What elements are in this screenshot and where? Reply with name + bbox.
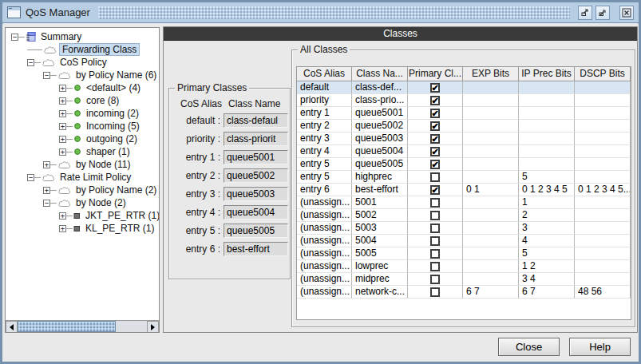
table-row[interactable]: entry 3queue5003✔ [297,133,631,145]
tree-horizontal-scrollbar[interactable] [6,320,159,332]
collapse-handle-icon[interactable]: − [43,72,50,79]
table-row[interactable]: (unassign...50055 [297,247,631,260]
tree-item-incoming-5[interactable]: +Incoming (5) [6,120,159,133]
column-header-dscp-bits[interactable]: DSCP Bits [575,67,631,81]
checkbox-unchecked-icon[interactable] [430,275,440,284]
table-row[interactable]: entry 1queue5001✔ [297,107,631,120]
tree-item-incoming-2[interactable]: +incoming (2) [6,107,159,120]
checkbox-checked-icon[interactable]: ✔ [430,96,440,105]
tree-item-by-node-11[interactable]: +by Node (11) [6,158,159,171]
checkbox-checked-icon[interactable]: ✔ [430,121,440,131]
expand-handle-icon[interactable]: + [59,97,66,105]
node-icon [73,212,81,220]
column-header-exp-bits[interactable]: EXP Bits [463,67,519,81]
class-name-field[interactable]: queue5002 [224,168,288,183]
tree-item-kl-pe-rtr-1[interactable]: +KL_PE_RTR (1) [6,222,159,235]
cell-primary-class: ✔ [408,184,463,196]
collapse-handle-icon[interactable]: − [43,200,50,207]
tree-item-outgoing-2[interactable]: +outgoing (2) [6,133,159,145]
column-header-class-na[interactable]: Class Na... [352,67,408,81]
minimize-icon[interactable] [578,6,592,20]
expand-handle-icon[interactable]: + [59,148,66,156]
tree-item-by-policy-name-6[interactable]: −by Policy Name (6) [6,69,159,81]
expand-handle-icon[interactable]: + [59,85,66,92]
scroll-right-icon[interactable] [147,321,159,333]
expand-handle-icon[interactable]: + [59,225,66,232]
scrollbar-track[interactable] [18,321,147,332]
column-header-primary-cl[interactable]: Primary Cl... [408,67,463,81]
expand-handle-icon[interactable]: + [59,123,66,130]
tree-item-summary[interactable]: −Summary [6,30,159,43]
cell-exp-bits: 0 1 [463,184,519,196]
collapse-handle-icon[interactable]: − [27,59,34,66]
expand-handle-icon[interactable]: + [59,212,66,220]
expand-handle-icon[interactable]: + [43,161,50,168]
panel-header: Classes [164,27,637,41]
titlebar[interactable]: QoS Manager [2,2,639,23]
checkbox-checked-icon[interactable]: ✔ [430,160,440,169]
tree-item-rate-limit-policy[interactable]: −Rate Limit Policy [6,171,159,184]
collapse-handle-icon[interactable]: − [27,174,34,181]
checkbox-checked-icon[interactable]: ✔ [430,83,440,93]
maximize-icon[interactable] [595,6,610,20]
checkbox-unchecked-icon[interactable] [430,224,440,233]
collapse-handle-icon[interactable]: − [11,34,18,41]
table-row[interactable]: entry 5queue5005✔ [297,158,631,171]
qos-manager-window: QoS Manager −SummaryForwarding Class−CoS… [0,0,641,364]
checkbox-checked-icon[interactable]: ✔ [430,185,440,195]
table-row[interactable]: (unassign...lowprec1 2 [297,260,631,273]
checkbox-unchecked-icon[interactable] [430,211,440,220]
table-row[interactable]: (unassign...midprec3 4 [297,273,631,286]
class-name-field[interactable]: queue5001 [224,150,288,164]
help-button[interactable]: Help [569,338,631,356]
tree-item-by-node-2[interactable]: −by Node (2) [6,196,159,209]
tree-item-core-8[interactable]: +core (8) [6,94,159,107]
expand-handle-icon[interactable]: + [59,136,66,143]
checkbox-unchecked-icon[interactable] [430,236,440,246]
checkbox-unchecked-icon[interactable] [430,262,440,271]
checkbox-checked-icon[interactable]: ✔ [430,134,440,144]
cell-cos-alias: (unassign... [297,209,352,222]
tree-item-forwarding-class[interactable]: Forwarding Class [6,43,159,56]
checkbox-unchecked-icon[interactable] [430,198,440,208]
close-button[interactable]: Close [498,338,560,356]
checkbox-unchecked-icon[interactable] [430,249,440,259]
class-name-field[interactable]: queue5005 [224,224,288,238]
table-row[interactable]: (unassign...50044 [297,235,631,247]
expand-handle-icon[interactable]: + [43,187,50,194]
table-row[interactable]: entry 2queue5002✔ [297,120,631,133]
table-row[interactable]: (unassign...50033 [297,222,631,235]
expand-handle-icon[interactable]: + [59,110,66,117]
class-name-field[interactable]: best-effort [224,242,288,256]
checkbox-unchecked-icon[interactable] [430,172,440,182]
primary-class-row: entry 3 :queue5003 [169,184,290,203]
table-row[interactable]: entry 4queue5004✔ [297,145,631,158]
tree-connector [66,101,73,101]
class-name-field[interactable]: queue5004 [224,205,288,220]
tree-item-shaper-1[interactable]: +shaper (1) [6,145,159,158]
close-icon[interactable] [619,6,634,20]
tree-item-cos-policy[interactable]: −CoS Policy [6,56,159,69]
table-row[interactable]: entry 6best-effort✔0 10 1 2 3 4 50 1 2 3… [297,184,631,196]
table-row[interactable]: entry 5highprec5 [297,171,631,184]
class-name-field[interactable]: class-priorit [224,132,288,146]
class-name-field[interactable]: queue5003 [224,187,288,201]
column-header-cos-alias[interactable]: CoS Alias [297,67,352,81]
class-name-field[interactable]: class-defaul [224,113,288,128]
scrollbar-thumb[interactable] [18,321,116,332]
checkbox-checked-icon[interactable]: ✔ [430,109,440,118]
cell-ip-prec-bits: 1 [519,196,575,209]
tree-item-by-policy-name-2[interactable]: +by Policy Name (2) [6,184,159,196]
column-header-ip-prec-bits[interactable]: IP Prec Bits [519,67,575,81]
table-row[interactable]: (unassign...50011 [297,196,631,209]
tree-item-jkt-pe-rtr-1[interactable]: +JKT_PE_RTR (1) [6,209,159,222]
tree-item-default-4[interactable]: +<default> (4) [6,81,159,94]
checkbox-checked-icon[interactable]: ✔ [430,147,440,156]
table-row[interactable]: (unassign...50022 [297,209,631,222]
checkbox-unchecked-icon[interactable] [430,287,440,297]
cell-primary-class: ✔ [408,120,463,133]
table-row[interactable]: priorityclass-prio...✔ [297,94,631,107]
table-row[interactable]: (unassign...network-c...6 76 748 56 [297,286,631,299]
scroll-left-icon[interactable] [6,321,18,333]
table-row[interactable]: defaultclass-def...✔ [297,81,631,94]
